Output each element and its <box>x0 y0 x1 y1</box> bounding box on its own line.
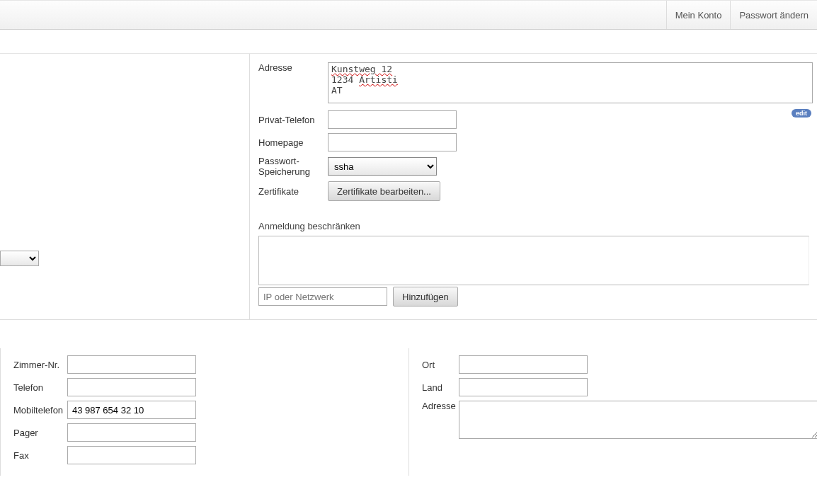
left-column-stub <box>0 54 39 319</box>
address-line3: AT <box>331 85 343 96</box>
city-input[interactable] <box>459 355 588 374</box>
edit-certificates-button[interactable]: Zertifikate bearbeiten... <box>328 181 440 201</box>
pwd-store-l2: Speicherung <box>258 166 310 177</box>
spacer <box>0 30 817 54</box>
label-room-no: Zimmer-Nr. <box>13 360 67 370</box>
homepage-input[interactable] <box>328 133 457 151</box>
label-fax: Fax <box>13 450 67 461</box>
label-certificates: Zertifikate <box>258 186 328 197</box>
truncated-select[interactable] <box>0 251 39 266</box>
top-nav-bar: Mein Konto Passwort ändern <box>0 0 817 30</box>
ip-network-input[interactable] <box>258 287 387 306</box>
address2-textarea[interactable] <box>459 401 817 439</box>
nav-change-password[interactable]: Passwort ändern <box>730 1 817 29</box>
label-address: Adresse <box>258 62 328 73</box>
address-textarea[interactable]: Kunstweg 121234 ArtistiAT <box>328 62 813 103</box>
password-storage-select[interactable]: ssha <box>328 157 437 176</box>
label-address2: Adresse <box>422 401 459 411</box>
fax-input[interactable] <box>67 446 196 464</box>
label-homepage: Homepage <box>258 137 328 148</box>
mid-gap <box>39 54 249 319</box>
pwd-store-l1: Passwort- <box>258 156 299 166</box>
bottom-section: Zimmer-Nr. Telefon Mobiltelefon Pager Fa… <box>0 348 817 476</box>
bottom-right-column: Ort Land Adresse <box>408 348 817 476</box>
mobile-input[interactable] <box>67 401 196 419</box>
add-button[interactable]: Hinzufügen <box>393 287 458 307</box>
room-input[interactable] <box>67 355 196 374</box>
label-city: Ort <box>422 360 459 370</box>
phone-input[interactable] <box>67 378 196 396</box>
label-restrict-login: Anmeldung beschränken <box>258 221 813 231</box>
address-line1: Kunstweg 12 <box>331 64 392 74</box>
label-mobile: Mobiltelefon <box>13 405 67 416</box>
label-pager: Pager <box>13 428 67 438</box>
nav-my-account[interactable]: Mein Konto <box>666 1 731 29</box>
label-phone: Telefon <box>13 382 67 393</box>
address-line2a: 1234 <box>331 74 359 85</box>
pager-input[interactable] <box>67 423 196 442</box>
right-form-column: Adresse Kunstweg 121234 ArtistiAT edit P… <box>250 54 817 319</box>
label-password-storage: Passwort- Speicherung <box>258 156 328 177</box>
main-form-area: Adresse Kunstweg 121234 ArtistiAT edit P… <box>0 54 817 320</box>
label-country: Land <box>422 382 459 393</box>
private-phone-input[interactable] <box>328 110 457 129</box>
address-line2b: Artisti <box>359 74 398 85</box>
country-input[interactable] <box>459 378 588 396</box>
label-private-phone: Privat-Telefon <box>258 115 328 125</box>
restrict-login-list[interactable] <box>258 236 809 285</box>
bottom-left-column: Zimmer-Nr. Telefon Mobiltelefon Pager Fa… <box>0 348 408 476</box>
